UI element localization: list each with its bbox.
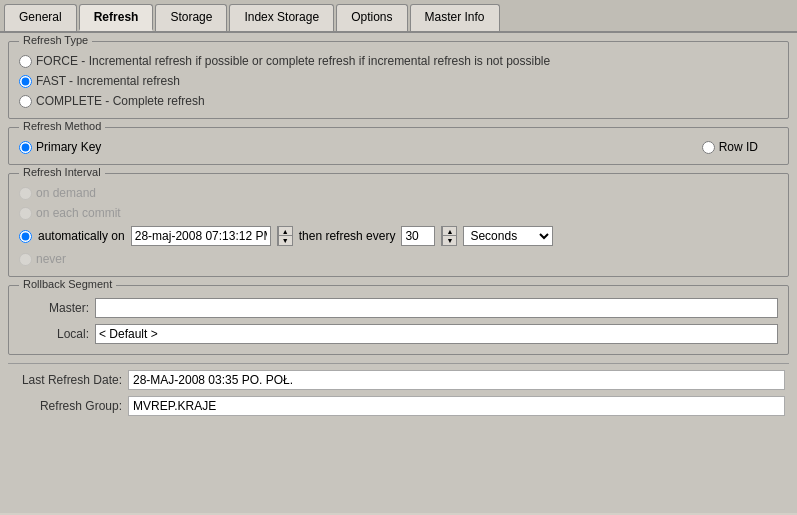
row-id-row: Row ID (702, 140, 758, 154)
tabs-bar: General Refresh Storage Index Storage Op… (0, 0, 797, 33)
on-demand-label: on demand (36, 186, 96, 200)
refresh-type-section: Refresh Type FORCE - Incremental refresh… (8, 41, 789, 119)
fast-radio-row: FAST - Incremental refresh (19, 74, 778, 88)
tab-master-info[interactable]: Master Info (410, 4, 500, 31)
local-field-input[interactable] (95, 324, 778, 344)
tab-options[interactable]: Options (336, 4, 407, 31)
tab-refresh[interactable]: Refresh (79, 4, 154, 31)
automatically-on-radio[interactable] (19, 230, 32, 243)
tab-general[interactable]: General (4, 4, 77, 31)
primary-key-label: Primary Key (36, 140, 101, 154)
rollback-segment-section: Rollback Segment Master: Local: (8, 285, 789, 355)
automatically-on-row: automatically on ▲ ▼ then refresh every … (19, 226, 778, 246)
complete-radio[interactable] (19, 95, 32, 108)
refresh-interval-section: Refresh Interval on demand on each commi… (8, 173, 789, 277)
refresh-group-row: Refresh Group: MVREP.KRAJE (8, 396, 789, 416)
on-demand-radio[interactable] (19, 187, 32, 200)
force-radio[interactable] (19, 55, 32, 68)
local-field-row: Local: (19, 324, 778, 344)
master-field-input[interactable] (95, 298, 778, 318)
interval-spinner[interactable]: ▲ ▼ (441, 226, 457, 246)
datetime-input[interactable] (131, 226, 271, 246)
datetime-down-btn[interactable]: ▼ (278, 236, 292, 245)
interval-down-btn[interactable]: ▼ (442, 236, 456, 245)
fast-radio[interactable] (19, 75, 32, 88)
interval-value-input[interactable] (401, 226, 435, 246)
primary-key-radio[interactable] (19, 141, 32, 154)
primary-key-row: Primary Key (19, 140, 101, 154)
never-row: never (19, 252, 778, 266)
datetime-spinner[interactable]: ▲ ▼ (277, 226, 293, 246)
interval-up-btn[interactable]: ▲ (442, 227, 456, 236)
row-id-label: Row ID (719, 140, 758, 154)
content-area: Refresh Type FORCE - Incremental refresh… (0, 33, 797, 513)
refresh-method-section: Refresh Method Primary Key Row ID (8, 127, 789, 165)
last-refresh-date-row: Last Refresh Date: 28-MAJ-2008 03:35 PO.… (8, 370, 789, 390)
on-each-commit-radio[interactable] (19, 207, 32, 220)
on-each-commit-label: on each commit (36, 206, 121, 220)
tab-index-storage[interactable]: Index Storage (229, 4, 334, 31)
never-radio[interactable] (19, 253, 32, 266)
automatically-on-label: automatically on (38, 229, 125, 243)
separator (8, 363, 789, 364)
then-refresh-label: then refresh every (299, 229, 396, 243)
refresh-group-label: Refresh Group: (12, 399, 122, 413)
local-field-label: Local: (19, 327, 89, 341)
rollback-segment-label: Rollback Segment (19, 278, 116, 290)
force-radio-row: FORCE - Incremental refresh if possible … (19, 54, 778, 68)
refresh-interval-label: Refresh Interval (19, 166, 105, 178)
master-field-row: Master: (19, 298, 778, 318)
force-label: FORCE - Incremental refresh if possible … (36, 54, 550, 68)
refresh-group-value: MVREP.KRAJE (128, 396, 785, 416)
on-demand-row: on demand (19, 186, 778, 200)
datetime-up-btn[interactable]: ▲ (278, 227, 292, 236)
complete-label: COMPLETE - Complete refresh (36, 94, 205, 108)
last-refresh-date-value: 28-MAJ-2008 03:35 PO. POŁ. (128, 370, 785, 390)
refresh-type-label: Refresh Type (19, 34, 92, 46)
on-each-commit-row: on each commit (19, 206, 778, 220)
row-id-radio[interactable] (702, 141, 715, 154)
complete-radio-row: COMPLETE - Complete refresh (19, 94, 778, 108)
never-label: never (36, 252, 66, 266)
master-field-label: Master: (19, 301, 89, 315)
refresh-method-label: Refresh Method (19, 120, 105, 132)
tab-storage[interactable]: Storage (155, 4, 227, 31)
interval-unit-select[interactable]: Seconds Minutes Hours Days (463, 226, 553, 246)
fast-label: FAST - Incremental refresh (36, 74, 180, 88)
last-refresh-date-label: Last Refresh Date: (12, 373, 122, 387)
